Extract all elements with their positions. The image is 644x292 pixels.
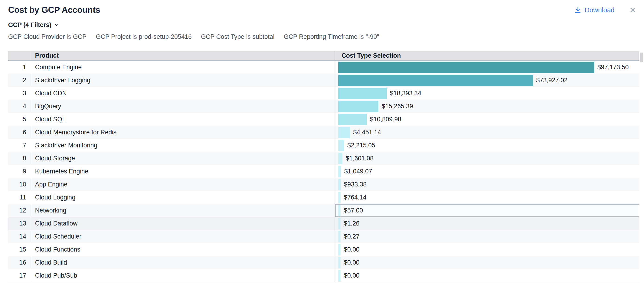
row-index: 10 <box>8 178 31 191</box>
cost-bar <box>338 88 387 99</box>
product-cell: Stackdriver Logging <box>31 74 335 87</box>
cost-cell[interactable]: $4,451.14 <box>335 126 639 139</box>
table-row[interactable]: 15Cloud Functions$0.00 <box>8 243 639 256</box>
table-row[interactable]: 2Stackdriver Logging$73,927.02 <box>8 74 639 87</box>
panel-header: Cost by GCP Accounts Download <box>0 0 644 15</box>
filter-name: GCP Reporting Timeframe <box>284 33 358 40</box>
cost-cell[interactable]: $933.38 <box>335 178 639 191</box>
table-row[interactable]: 4BigQuery$15,265.39 <box>8 100 639 113</box>
row-index: 8 <box>8 152 31 165</box>
cost-cell[interactable]: $57.00 <box>335 204 639 217</box>
cost-cell[interactable]: $2,215.05 <box>335 139 639 152</box>
cost-bar <box>338 231 340 242</box>
product-cell: Cloud Functions <box>31 243 335 256</box>
filter-value: "-90" <box>366 33 379 40</box>
filter-operator: is <box>246 33 251 40</box>
table-row[interactable]: 9Kubernetes Engine$1,049.07 <box>8 165 639 178</box>
filter-summary: GCP Cloud ProviderisGCP GCP Projectispro… <box>0 33 644 41</box>
table-row[interactable]: 10App Engine$933.38 <box>8 178 639 191</box>
close-button[interactable] <box>630 7 636 13</box>
table-row[interactable]: 8Cloud Storage$1,601.08 <box>8 152 639 165</box>
cost-cell[interactable]: $764.14 <box>335 191 639 204</box>
row-index: 12 <box>8 204 31 217</box>
cost-value: $2,215.05 <box>347 142 375 149</box>
cost-cell[interactable]: $0.00 <box>335 243 639 256</box>
table-row[interactable]: 16Cloud Build$0.00 <box>8 256 639 269</box>
cost-bar <box>338 127 350 138</box>
cost-bar <box>338 257 340 268</box>
filter-value: prod-setup-205416 <box>139 33 192 40</box>
table-row[interactable]: 7Stackdriver Monitoring$2,215.05 <box>8 139 639 152</box>
filter-name: GCP Cost Type <box>201 33 244 40</box>
cost-value: $764.14 <box>344 194 366 201</box>
cost-cell[interactable]: $1,601.08 <box>335 152 639 165</box>
row-index: 4 <box>8 100 31 113</box>
header-cost-column[interactable]: Cost Type Selection <box>335 51 639 60</box>
cost-cell[interactable]: $1.26 <box>335 217 639 230</box>
cost-cell[interactable]: $1,049.07 <box>335 165 639 178</box>
cost-cell[interactable]: $15,265.39 <box>335 100 639 113</box>
cost-value: $0.27 <box>344 233 360 240</box>
cost-value: $1,049.07 <box>344 168 372 175</box>
table-body: 1Compute Engine$97,173.502Stackdriver Lo… <box>8 61 639 282</box>
cost-bar <box>338 205 340 216</box>
table-row[interactable]: 3Cloud CDN$18,393.34 <box>8 87 639 100</box>
filter-chip[interactable]: GCP Cloud ProviderisGCP <box>8 33 86 41</box>
row-index: 7 <box>8 139 31 152</box>
filter-value: GCP <box>73 33 87 40</box>
filter-chip[interactable]: GCP Reporting Timeframeis"-90" <box>284 33 379 41</box>
header-index-column <box>8 51 31 60</box>
chevron-down-icon <box>54 23 59 28</box>
cost-bar <box>338 62 594 73</box>
product-cell: Cloud Storage <box>31 152 335 165</box>
row-index: 15 <box>8 243 31 256</box>
cost-bar <box>338 244 340 255</box>
cost-cell[interactable]: $10,809.98 <box>335 113 639 126</box>
cost-cell[interactable]: $18,393.34 <box>335 87 639 100</box>
cost-value: $4,451.14 <box>353 129 381 136</box>
table-row[interactable]: 12Networking$57.00 <box>8 204 639 217</box>
table-row[interactable]: 14Cloud Scheduler$0.27 <box>8 230 639 243</box>
cost-bar <box>338 179 341 190</box>
product-cell: App Engine <box>31 178 335 191</box>
cost-value: $0.00 <box>344 246 360 253</box>
table-row[interactable]: 1Compute Engine$97,173.50 <box>8 61 639 74</box>
product-cell: Cloud SQL <box>31 113 335 126</box>
filter-chip[interactable]: GCP Cost Typeissubtotal <box>201 33 274 41</box>
page-title: Cost by GCP Accounts <box>8 5 100 15</box>
row-index: 9 <box>8 165 31 178</box>
table-row[interactable]: 13Cloud Dataflow$1.26 <box>8 217 639 230</box>
table-row[interactable]: 6Cloud Memorystore for Redis$4,451.14 <box>8 126 639 139</box>
product-cell: Cloud Build <box>31 256 335 269</box>
row-index: 6 <box>8 126 31 139</box>
cost-cell[interactable]: $0.00 <box>335 256 639 269</box>
product-cell: Cloud Dataflow <box>31 217 335 230</box>
cost-value: $18,393.34 <box>390 90 421 97</box>
row-index: 14 <box>8 230 31 243</box>
filter-name: GCP Cloud Provider <box>8 33 65 40</box>
table-row[interactable]: 11Cloud Logging$764.14 <box>8 191 639 204</box>
table-row[interactable]: 5Cloud SQL$10,809.98 <box>8 113 639 126</box>
row-index: 17 <box>8 269 31 282</box>
download-label: Download <box>584 6 614 14</box>
row-index: 5 <box>8 113 31 126</box>
cost-cell[interactable]: $0.00 <box>335 269 639 282</box>
filter-group-toggle[interactable]: GCP (4 Filters) <box>0 21 644 29</box>
cost-value: $15,265.39 <box>382 103 413 110</box>
cost-bar <box>338 270 340 281</box>
cost-value: $0.00 <box>344 259 360 266</box>
filter-chip[interactable]: GCP Projectisprod-setup-205416 <box>96 33 192 41</box>
filter-operator: is <box>359 33 364 40</box>
cost-bar <box>338 192 340 203</box>
cost-bar <box>338 153 342 164</box>
cost-cell[interactable]: $97,173.50 <box>335 61 639 74</box>
download-button[interactable]: Download <box>574 6 614 14</box>
cost-cell[interactable]: $73,927.02 <box>335 74 639 87</box>
cost-value: $73,927.02 <box>536 77 568 84</box>
cost-cell[interactable]: $0.27 <box>335 230 639 243</box>
table-row[interactable]: 17Cloud Pub/Sub$0.00 <box>8 269 639 282</box>
scrollbar-thumb[interactable] <box>640 53 643 62</box>
product-cell: Compute Engine <box>31 61 335 74</box>
row-index: 13 <box>8 217 31 230</box>
header-product-column[interactable]: Product <box>31 51 335 60</box>
